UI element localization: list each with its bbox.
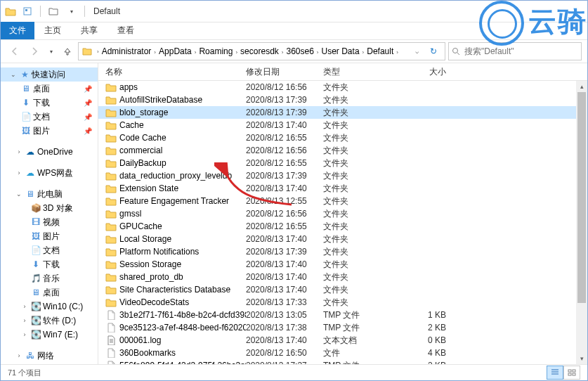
file-row[interactable]: Session Storage2020/8/13 17:40文件夹 — [98, 258, 587, 271]
vertical-scrollbar[interactable]: ▴ ▾ — [576, 81, 587, 364]
chevron-right-icon[interactable]: › — [395, 49, 400, 56]
nav-quick-item[interactable]: 🖥桌面📌 — [1, 82, 98, 96]
nav-pc-item[interactable]: ⬇下载 — [1, 257, 98, 271]
chevron-down-icon[interactable]: ⌄ — [9, 71, 18, 78]
file-row[interactable]: Cache2020/8/13 17:40文件夹 — [98, 119, 587, 131]
nav-pc-item[interactable]: ›💽Win10 (C:) — [1, 299, 98, 314]
file-row[interactable]: blob_storage2020/8/13 17:39文件夹 — [98, 106, 587, 119]
column-header-type[interactable]: 类型 — [323, 66, 390, 78]
chevron-right-icon[interactable]: › — [315, 49, 320, 56]
chevron-right-icon[interactable]: › — [15, 148, 23, 155]
navigation-pane[interactable]: ⌄ ★ 快速访问 🖥桌面📌⬇下载📌📄文档📌🖼图片📌 › ☁ OneDrive ›… — [1, 63, 98, 364]
chevron-right-icon[interactable]: › — [15, 352, 23, 359]
search-input[interactable] — [463, 46, 578, 57]
qat-properties-button[interactable] — [20, 4, 34, 18]
nav-item-label: 文档 — [33, 111, 50, 123]
chevron-right-icon[interactable]: › — [20, 331, 29, 338]
qat-dropdown[interactable]: ▾ — [65, 4, 79, 18]
column-header-name[interactable]: 名称 — [98, 66, 246, 78]
ribbon-tab-home[interactable]: 主页 — [34, 22, 71, 39]
scrollbar-thumb[interactable] — [577, 92, 586, 303]
nav-back-button[interactable] — [6, 43, 23, 60]
file-row[interactable]: 556fa899-5fd4-43d3-975f-26bc3a97...2020/… — [98, 359, 587, 364]
file-row[interactable]: Site Characteristics Database2020/8/13 1… — [98, 283, 587, 296]
nav-forward-button[interactable] — [26, 43, 43, 60]
breadcrumb-segment[interactable]: User Data — [320, 46, 361, 56]
chevron-right-icon[interactable]: › — [96, 49, 100, 55]
file-row[interactable]: Feature Engagement Tracker2020/8/13 12:5… — [98, 195, 587, 207]
nav-this-pc[interactable]: ⌄ 🖥 此电脑 — [1, 187, 98, 201]
nav-pc-item[interactable]: ›💽Win7 (E:) — [1, 328, 98, 342]
nav-pc-item[interactable]: 🎵音乐 — [1, 271, 98, 285]
nav-up-button[interactable] — [60, 44, 75, 59]
drive-icon: 📦 — [30, 202, 41, 214]
nav-quick-access[interactable]: ⌄ ★ 快速访问 — [1, 67, 98, 82]
file-date: 2020/8/12 16:55 — [246, 158, 323, 168]
ribbon-file-tab[interactable]: 文件 — [1, 22, 34, 39]
address-dropdown-icon[interactable]: ⌵ — [408, 48, 425, 55]
file-row[interactable]: VideoDecodeStats2020/8/13 17:33文件夹 — [98, 296, 587, 309]
folder-icon — [105, 82, 117, 92]
file-row[interactable]: data_reduction_proxy_leveldb2020/8/13 17… — [98, 169, 587, 182]
column-header-size[interactable]: 大小 — [390, 66, 464, 78]
chevron-right-icon[interactable]: › — [20, 303, 29, 310]
nav-pc-item[interactable]: 🖼图片 — [1, 229, 98, 243]
file-row[interactable]: gmssl2020/8/12 16:56文件夹 — [98, 207, 587, 220]
folder-icon — [105, 95, 117, 105]
nav-pc-item[interactable]: ›💽软件 (D:) — [1, 314, 98, 328]
file-row[interactable]: AutofillStrikeDatabase2020/8/13 17:39文件夹 — [98, 93, 587, 106]
breadcrumb-segment[interactable]: secoresdk — [239, 46, 280, 56]
column-header-date[interactable]: 修改日期 — [246, 66, 323, 78]
breadcrumb-segment[interactable]: 360se6 — [285, 46, 315, 56]
breadcrumb[interactable]: › Administrator›AppData›Roaming›secoresd… — [78, 42, 445, 60]
breadcrumb-segment[interactable]: Roaming — [197, 46, 234, 56]
folder-icon — [105, 272, 117, 282]
nav-quick-item[interactable]: 🖼图片📌 — [1, 124, 98, 138]
nav-network[interactable]: › 🖧 网络 — [1, 349, 98, 363]
drive-icon: 🖥 — [30, 287, 41, 298]
chevron-down-icon[interactable]: ⌄ — [15, 190, 23, 198]
search-box[interactable] — [448, 42, 582, 60]
file-row[interactable]: Platform Notifications2020/8/13 17:39文件夹 — [98, 245, 587, 258]
file-row[interactable]: commercial2020/8/12 16:56文件夹 — [98, 144, 587, 157]
file-row[interactable]: apps2020/8/12 16:56文件夹 — [98, 81, 587, 93]
file-row[interactable]: Local Storage2020/8/13 17:40文件夹 — [98, 233, 587, 245]
file-date: 2020/8/13 17:38 — [246, 323, 323, 332]
nav-onedrive[interactable]: › ☁ OneDrive — [1, 145, 98, 159]
refresh-icon[interactable]: ↻ — [425, 46, 442, 56]
nav-pc-item[interactable]: 🖥桌面 — [1, 285, 98, 299]
file-row[interactable]: Code Cache2020/8/12 16:55文件夹 — [98, 131, 587, 144]
qat-separator — [84, 6, 85, 17]
scroll-up-button[interactable]: ▴ — [576, 81, 587, 92]
view-icons-button[interactable] — [563, 366, 580, 380]
file-rows[interactable]: apps2020/8/12 16:56文件夹AutofillStrikeData… — [98, 81, 587, 364]
qat-new-folder-button[interactable] — [46, 4, 60, 18]
nav-pc-item[interactable]: 📦3D 对象 — [1, 201, 98, 215]
view-details-button[interactable] — [547, 366, 563, 380]
file-row[interactable]: DailyBackup2020/8/12 16:55文件夹 — [98, 157, 587, 169]
breadcrumb-segment[interactable]: AppData — [157, 46, 193, 56]
breadcrumb-segment[interactable]: Default — [365, 46, 395, 56]
scroll-down-button[interactable]: ▾ — [576, 353, 587, 364]
file-row[interactable]: 360Bookmarks2020/8/12 16:50文件4 KB — [98, 347, 587, 359]
ribbon-tab-share[interactable]: 共享 — [71, 22, 107, 39]
nav-quick-item[interactable]: ⬇下载📌 — [1, 96, 98, 110]
file-date: 2020/8/13 17:37 — [246, 361, 323, 364]
nav-wps[interactable]: › ☁ WPS网盘 — [1, 166, 98, 180]
nav-quick-item[interactable]: 📄文档📌 — [1, 110, 98, 124]
folder-icon — [5, 6, 16, 17]
nav-pc-item[interactable]: 🎞视频 — [1, 215, 98, 229]
file-row[interactable]: shared_proto_db2020/8/13 17:40文件夹 — [98, 271, 587, 283]
file-row[interactable]: 000061.log2020/8/13 17:40文本文档0 KB — [98, 334, 587, 347]
ribbon-tab-view[interactable]: 查看 — [107, 22, 144, 39]
nav-pc-item[interactable]: 📄文档 — [1, 243, 98, 257]
breadcrumb-segment[interactable]: Administrator — [100, 46, 153, 56]
file-row[interactable]: GPUCache2020/8/12 16:55文件夹 — [98, 220, 587, 233]
chevron-right-icon[interactable]: › — [15, 169, 23, 176]
nav-history-dropdown[interactable]: ▾ — [46, 49, 57, 55]
chevron-right-icon[interactable]: › — [20, 317, 29, 324]
file-row[interactable]: Extension State2020/8/13 17:40文件夹 — [98, 182, 587, 195]
file-row[interactable]: 3b1e2f71-7f61-4b8e-b2c4-dcfd398d...2020/… — [98, 309, 587, 321]
file-date: 2020/8/13 17:40 — [246, 120, 323, 130]
file-row[interactable]: 9ce35123-a7ef-4848-beed-f62020ba...2020/… — [98, 321, 587, 334]
